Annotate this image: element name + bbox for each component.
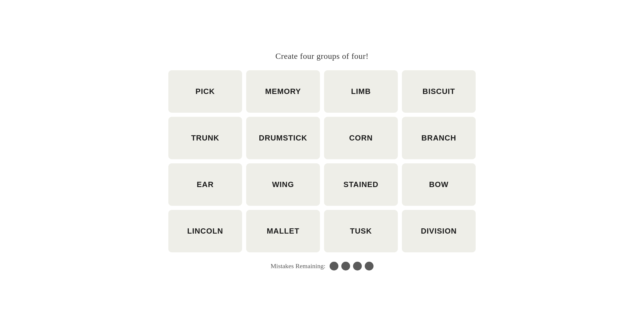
subtitle: Create four groups of four! <box>275 52 369 61</box>
tile-trunk[interactable]: TRUNK <box>168 117 242 159</box>
tile-label-corn: CORN <box>349 133 373 143</box>
mistake-dot-3 <box>353 262 362 270</box>
mistake-dot-4 <box>365 262 374 270</box>
tile-mallet[interactable]: MALLET <box>246 210 320 252</box>
mistakes-section: Mistakes Remaining: <box>270 262 374 270</box>
mistake-dot-2 <box>341 262 350 270</box>
dots-container <box>330 262 374 270</box>
tile-ear[interactable]: EAR <box>168 163 242 206</box>
tile-pick[interactable]: PICK <box>168 70 242 113</box>
tile-tusk[interactable]: TUSK <box>324 210 398 252</box>
mistake-dot-1 <box>330 262 338 270</box>
tile-label-branch: BRANCH <box>422 133 456 143</box>
tile-label-bow: BOW <box>429 180 449 189</box>
tile-stained[interactable]: STAINED <box>324 163 398 206</box>
tile-label-pick: PICK <box>196 87 215 96</box>
tile-label-biscuit: BISCUIT <box>422 87 455 96</box>
tile-division[interactable]: DIVISION <box>402 210 476 252</box>
tile-label-division: DIVISION <box>421 227 457 236</box>
tile-label-wing: WING <box>272 180 294 189</box>
tile-label-mallet: MALLET <box>267 227 299 236</box>
tile-label-ear: EAR <box>197 180 214 189</box>
tile-memory[interactable]: MEMORY <box>246 70 320 113</box>
tile-wing[interactable]: WING <box>246 163 320 206</box>
tile-label-stained: STAINED <box>343 180 378 189</box>
tile-grid: PICKMEMORYLIMBBISCUITTRUNKDRUMSTICKCORNB… <box>168 70 476 252</box>
tile-label-trunk: TRUNK <box>191 133 219 143</box>
tile-drumstick[interactable]: DRUMSTICK <box>246 117 320 159</box>
tile-limb[interactable]: LIMB <box>324 70 398 113</box>
tile-lincoln[interactable]: LINCOLN <box>168 210 242 252</box>
tile-corn[interactable]: CORN <box>324 117 398 159</box>
tile-label-memory: MEMORY <box>265 87 301 96</box>
tile-biscuit[interactable]: BISCUIT <box>402 70 476 113</box>
tile-branch[interactable]: BRANCH <box>402 117 476 159</box>
tile-label-lincoln: LINCOLN <box>187 227 223 236</box>
mistakes-label: Mistakes Remaining: <box>270 262 326 270</box>
tile-label-limb: LIMB <box>351 87 371 96</box>
tile-bow[interactable]: BOW <box>402 163 476 206</box>
game-container: Create four groups of four! PICKMEMORYLI… <box>168 52 476 270</box>
tile-label-drumstick: DRUMSTICK <box>259 133 307 143</box>
tile-label-tusk: TUSK <box>350 227 372 236</box>
